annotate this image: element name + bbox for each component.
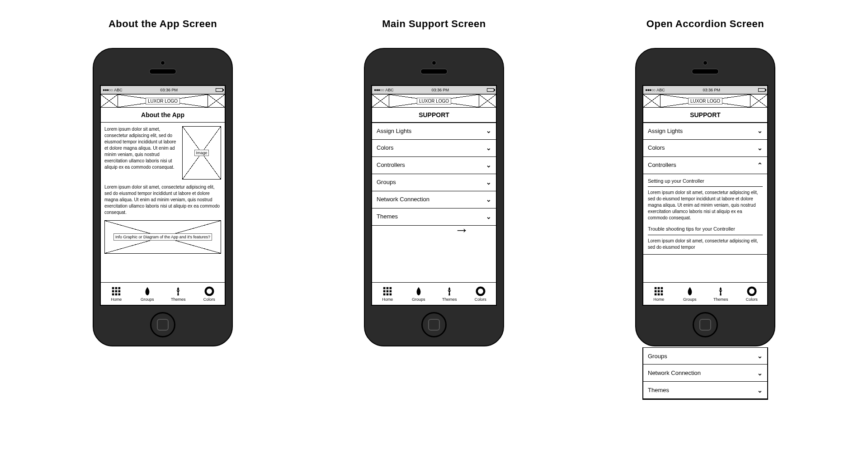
about-content: Lorem ipsum dolor sit amet, consectetur … [101, 123, 225, 282]
phone-frame: ●●●○○ ABC 03:36 PM LUXOR LOGO SUPPORT As… [635, 48, 775, 346]
tab-colors[interactable]: Colors [465, 283, 496, 305]
tab-groups[interactable]: Groups [675, 283, 706, 305]
clock-label: 03:36 PM [160, 88, 178, 92]
tab-home[interactable]: Home [643, 283, 675, 305]
clock-label: 03:36 PM [432, 88, 449, 92]
svg-rect-19 [390, 293, 392, 295]
svg-rect-7 [115, 293, 118, 295]
accordion-row-themes[interactable]: Themes⌄ [372, 208, 496, 226]
tab-themes-label: Themes [442, 297, 457, 302]
tab-groups-label: Groups [412, 297, 425, 302]
row-label: Assign Lights [648, 127, 683, 135]
logo-row: LUXOR LOGO [101, 94, 225, 108]
accordion-row-controllers[interactable]: Controllers⌄ [372, 157, 496, 174]
svg-rect-5 [118, 290, 121, 292]
status-bar: ●●●○○ ABC 03:36 PM [372, 86, 496, 94]
chevron-down-icon: ⌄ [486, 144, 491, 153]
chevron-down-icon: ⌄ [486, 161, 491, 170]
accordion-row-colors[interactable]: Colors⌄ [372, 140, 496, 157]
phone-top-hardware [94, 61, 232, 74]
row-label: Themes [648, 387, 669, 393]
home-button[interactable] [693, 312, 718, 337]
battery-icon [216, 88, 223, 92]
chevron-down-icon: ⌄ [757, 144, 763, 153]
tab-themes-label: Themes [713, 297, 728, 302]
torch-icon [716, 286, 726, 296]
chevron-down-icon: ⌄ [757, 127, 763, 136]
accordion-subheading-setup: Setting up your Controller [648, 178, 763, 187]
camera-icon [160, 61, 165, 65]
signal-dots-icon: ●●●○○ [374, 88, 384, 92]
tab-themes[interactable]: Themes [163, 283, 194, 305]
logo-row: LUXOR LOGO [372, 94, 496, 108]
svg-point-32 [750, 289, 753, 293]
svg-rect-25 [655, 290, 657, 292]
logo-text: LUXOR LOGO [417, 98, 451, 104]
tab-themes[interactable]: Themes [705, 283, 736, 305]
signal-dots-icon: ●●●○○ [645, 88, 655, 92]
camera-icon [432, 61, 436, 65]
tab-themes[interactable]: Themes [434, 283, 465, 305]
accordion-row-groups[interactable]: Groups⌄ [643, 347, 767, 365]
accordion-row-colors[interactable]: Colors⌄ [643, 140, 767, 157]
flame-icon [142, 286, 152, 296]
accordion-row-themes[interactable]: Themes⌄ [643, 382, 767, 399]
accordion-row-assign-lights[interactable]: Assign Lights⌄ [372, 123, 496, 140]
chevron-down-icon: ⌄ [486, 213, 491, 222]
accordion-row-groups[interactable]: Groups⌄ [372, 174, 496, 191]
phone-screen: ●●●○○ ABC 03:36 PM LUXOR LOGO SUPPORT As… [642, 85, 768, 306]
svg-rect-15 [387, 290, 389, 292]
overflow-accordion-rows: Groups⌄ Network Connection⌄ Themes⌄ [642, 347, 768, 400]
row-label: Assign Lights [377, 127, 411, 135]
logo-row: LUXOR LOGO [643, 94, 767, 108]
home-button[interactable] [421, 312, 447, 337]
accordion-row-network[interactable]: Network Connection⌄ [643, 365, 767, 382]
about-paragraph-1: Lorem ipsum dolor sit amet, consectetur … [104, 126, 179, 180]
phone-screen: ●●●○○ ABC 03:36 PM LUXOR LOGO SUPPORT As… [371, 85, 497, 306]
logo-side-right [208, 95, 225, 107]
svg-rect-27 [661, 290, 663, 292]
logo-side-left [372, 95, 389, 107]
carrier-label: ABC [114, 88, 123, 92]
carrier-label: ABC [385, 88, 394, 92]
tab-colors[interactable]: Colors [736, 283, 768, 305]
svg-rect-11 [383, 287, 386, 289]
phone-screen: ●●●○○ ABC 03:36 PM LUXOR LOGO About the … [100, 85, 226, 306]
tab-home[interactable]: Home [101, 283, 132, 305]
svg-rect-2 [118, 287, 121, 289]
accordion-subheading-troubleshoot: Trouble shooting tips for your Controlle… [648, 226, 763, 235]
accordion-body-controllers: Setting up your Controller Lorem ipsum d… [643, 174, 767, 255]
infographic-placeholder: Info Graphic or Diagram of the App and i… [104, 220, 221, 254]
logo-text: LUXOR LOGO [146, 98, 180, 104]
grid-icon [382, 286, 392, 296]
tab-colors-label: Colors [203, 297, 215, 302]
transition-arrow-icon: → [454, 222, 469, 238]
logo-side-right [750, 95, 767, 107]
svg-point-21 [479, 289, 482, 293]
page-title: About the App [101, 108, 225, 123]
screen-title: Open Accordion Screen [646, 18, 764, 30]
signal-dots-icon: ●●●○○ [103, 88, 113, 92]
svg-point-10 [208, 289, 211, 293]
earpiece-icon [149, 69, 176, 74]
accordion-row-assign-lights[interactable]: Assign Lights⌄ [643, 123, 767, 140]
row-label: Themes [377, 213, 398, 221]
row-label: Colors [377, 144, 394, 152]
tab-groups[interactable]: Groups [132, 283, 163, 305]
tab-groups[interactable]: Groups [403, 283, 434, 305]
accordion-row-controllers[interactable]: Controllers⌃ [643, 157, 767, 174]
page-title: SUPPORT [372, 108, 496, 123]
home-button[interactable] [150, 312, 175, 337]
status-bar: ●●●○○ ABC 03:36 PM [643, 86, 767, 94]
tab-bar: Home Groups Themes Colors [372, 282, 496, 305]
svg-rect-22 [655, 287, 657, 289]
tab-bar: Home Groups Themes Colors [101, 282, 225, 305]
tab-colors[interactable]: Colors [194, 283, 225, 305]
tab-home[interactable]: Home [372, 283, 403, 305]
tab-themes-label: Themes [171, 297, 186, 302]
accordion-row-network[interactable]: Network Connection⌄ [372, 191, 496, 208]
logo-text: LUXOR LOGO [688, 98, 722, 104]
infographic-label: Info Graphic or Diagram of the App and i… [113, 233, 212, 241]
svg-rect-13 [390, 287, 392, 289]
phone-frame: ●●●○○ ABC 03:36 PM LUXOR LOGO About the … [93, 48, 233, 346]
